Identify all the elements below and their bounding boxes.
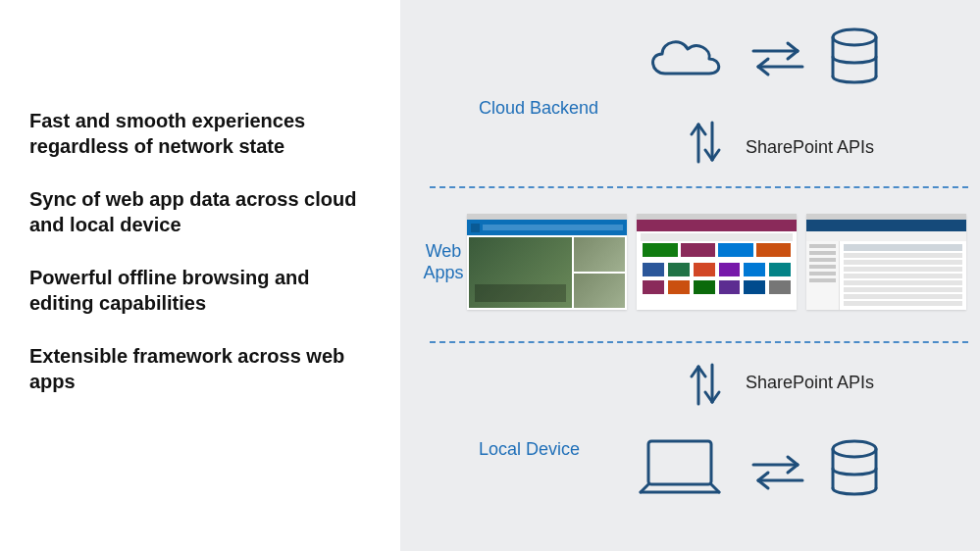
- sharepoint-apis-label-top: SharePoint APIs: [746, 137, 874, 158]
- svg-point-2: [833, 441, 876, 457]
- up-down-arrows-icon: [685, 355, 724, 414]
- laptop-icon: [631, 433, 729, 508]
- cloud-icon: [641, 29, 729, 88]
- sync-arrows-icon: [744, 451, 812, 494]
- architecture-diagram: Cloud Backend SharePoint APIs Web Apps: [400, 0, 980, 551]
- svg-rect-1: [648, 441, 711, 484]
- web-app-thumbnails: [467, 214, 966, 310]
- web-app-thumbnail-file-list: [806, 214, 966, 310]
- web-apps-label: Web Apps: [420, 241, 467, 283]
- cloud-backend-label: Cloud Backend: [479, 98, 598, 119]
- up-down-arrows-icon: [685, 113, 724, 172]
- divider-bottom: [430, 341, 968, 343]
- feature-bullet: Fast and smooth experiences regardless o…: [29, 108, 361, 159]
- feature-bullet: Powerful offline browsing and editing ca…: [29, 265, 361, 316]
- database-icon: [827, 27, 882, 90]
- web-app-thumbnail-sharepoint-site: [467, 214, 627, 310]
- sync-arrows-icon: [744, 37, 812, 80]
- feature-bullet: Extensible framework across web apps: [29, 343, 361, 394]
- slide: Fast and smooth experiences regardless o…: [0, 0, 980, 551]
- feature-list-panel: Fast and smooth experiences regardless o…: [0, 0, 400, 551]
- feature-bullet: Sync of web app data across cloud and lo…: [29, 186, 361, 237]
- database-icon: [827, 439, 882, 502]
- sharepoint-apis-label-bottom: SharePoint APIs: [746, 373, 874, 393]
- local-device-label: Local Device: [479, 439, 580, 460]
- web-app-thumbnail-office-launcher: [637, 214, 797, 310]
- svg-point-0: [833, 29, 876, 45]
- divider-top: [430, 186, 968, 188]
